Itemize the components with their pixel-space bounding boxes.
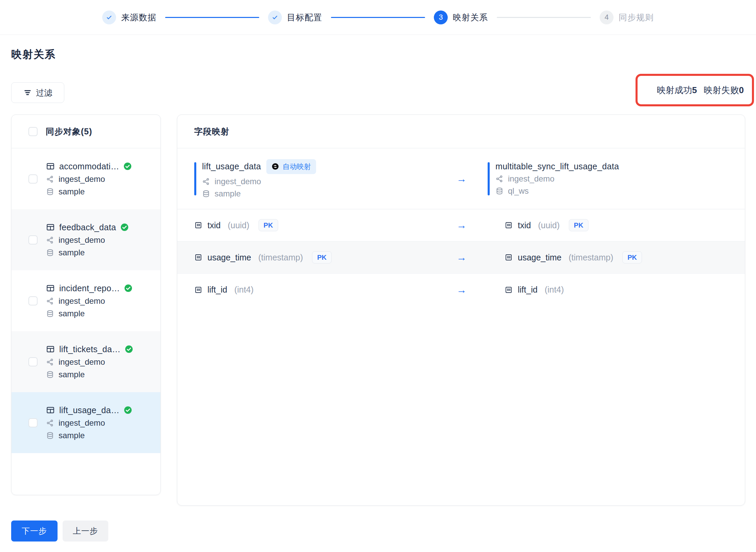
target-field-name: lift_id [518, 285, 537, 295]
target-field-type: (uuid) [538, 220, 560, 230]
sync-wizard-page: 来源数据 目标配置 3 映射关系 [0, 0, 756, 552]
table-mapping-row: lift_usage_data 自动映射 [177, 148, 745, 209]
object-info: accommodati… ingest_demo sample [46, 162, 132, 196]
pipeline-name: ingest_demo [59, 418, 105, 428]
target-table-cell: multitable_sync_lift_usage_data ingest_d… [475, 162, 745, 196]
pipeline-name: ingest_demo [59, 235, 105, 245]
sync-object-item[interactable]: accommodati… ingest_demo sample [12, 148, 160, 209]
field-icon [505, 253, 513, 261]
sync-objects-header: 同步对象(5) [12, 115, 160, 148]
table-icon [46, 406, 55, 415]
source-accent-bar [194, 162, 196, 195]
pipeline-icon [46, 297, 54, 305]
object-info: lift_tickets_da… ingest_demo sample [46, 344, 133, 379]
fail-label: 映射失败 [704, 84, 739, 96]
object-checkbox[interactable] [28, 418, 38, 427]
success-check-icon [120, 223, 129, 231]
database-name: sample [59, 187, 85, 196]
object-checkbox[interactable] [28, 357, 38, 366]
stepper-step[interactable]: 4 同步规则 [600, 10, 654, 24]
step-circle [102, 10, 116, 24]
field-mapping-title: 字段映射 [194, 126, 229, 137]
step-circle: 3 [434, 10, 448, 24]
sync-object-item[interactable]: lift_tickets_da… ingest_demo sample [12, 331, 160, 392]
source-field-type: (uuid) [228, 220, 249, 230]
pipeline-icon [495, 175, 504, 183]
wizard-stepper: 来源数据 目标配置 3 映射关系 [0, 0, 756, 35]
source-table-name: lift_usage_data [202, 162, 261, 171]
pipeline-name: ingest_demo [59, 174, 105, 184]
step-label: 映射关系 [453, 12, 488, 23]
sync-object-item[interactable]: feedback_data ingest_demo sample [12, 209, 160, 270]
stepper-step[interactable]: 3 映射关系 [434, 10, 488, 24]
fail-count: 0 [739, 85, 744, 95]
field-mapping-row: usage_time (timestamp) PK → usage_time (… [177, 241, 745, 274]
target-database: ql_ws [508, 186, 529, 196]
pipeline-icon [46, 419, 54, 427]
next-step-button[interactable]: 下一步 [11, 521, 58, 542]
pipeline-name: ingest_demo [59, 296, 105, 306]
database-icon [46, 310, 54, 318]
success-check-icon [125, 345, 133, 353]
source-field-type: (timestamp) [258, 253, 303, 262]
success-check-icon [124, 406, 132, 414]
target-field-cell: lift_id (int4) [475, 285, 745, 295]
target-field-cell: txid (uuid) PK [475, 219, 745, 231]
pipeline-icon [46, 175, 54, 183]
pipeline-name: ingest_demo [59, 357, 105, 367]
target-table-name: multitable_sync_lift_usage_data [495, 162, 619, 171]
select-all-checkbox[interactable] [28, 127, 38, 136]
target-field-name: usage_time [518, 253, 561, 262]
database-name: sample [59, 248, 85, 257]
step-label: 同步规则 [619, 12, 654, 23]
stepper-connector [497, 17, 591, 18]
database-icon [46, 188, 54, 196]
pipeline-icon [46, 358, 54, 366]
previous-step-button[interactable]: 上一步 [63, 521, 108, 542]
mapping-arrow-icon: → [448, 252, 475, 263]
database-name: sample [59, 431, 85, 440]
auto-badge-label: 自动映射 [283, 162, 311, 171]
success-check-icon [124, 284, 132, 292]
sync-object-item[interactable]: incident_repo… ingest_demo sample [12, 270, 160, 331]
field-mapping-header: 字段映射 [177, 115, 745, 148]
step-label: 目标配置 [287, 12, 322, 23]
filter-button[interactable]: 过滤 [11, 82, 64, 103]
success-check-icon [124, 162, 132, 170]
object-checkbox[interactable] [28, 296, 38, 305]
field-mapping-panel: 字段映射 lift_usage_data 自动映射 [177, 114, 745, 506]
stepper-step[interactable]: 目标配置 [268, 10, 322, 24]
auto-icon [271, 163, 279, 170]
stepper-connector [331, 17, 425, 18]
object-info: feedback_data ingest_demo sample [46, 222, 129, 257]
field-icon [194, 253, 202, 261]
step-label: 来源数据 [121, 12, 156, 23]
source-field-cell: txid (uuid) PK [177, 219, 448, 231]
object-info: incident_repo… ingest_demo sample [46, 283, 132, 318]
object-checkbox[interactable] [28, 235, 38, 245]
source-field-name: usage_time [207, 253, 251, 262]
object-checkbox[interactable] [28, 174, 38, 184]
object-name: accommodati… [59, 162, 119, 171]
source-table-cell: lift_usage_data 自动映射 [177, 159, 448, 198]
target-field-type: (int4) [544, 285, 564, 295]
table-icon [46, 162, 55, 171]
target-field-name: txid [518, 220, 531, 230]
source-field-name: txid [207, 220, 221, 230]
pipeline-icon [202, 177, 210, 186]
filter-icon [23, 88, 32, 97]
object-name: incident_repo… [59, 283, 120, 293]
sync-object-item[interactable]: lift_usage_da… ingest_demo sample [12, 392, 160, 453]
step-circle [268, 10, 282, 24]
step-circle: 4 [600, 10, 614, 24]
stepper-step[interactable]: 来源数据 [102, 10, 156, 24]
sync-objects-panel: 同步对象(5) accommodati… ingest_demo [11, 114, 161, 495]
database-name: sample [59, 309, 85, 318]
check-icon [271, 14, 279, 21]
mapping-arrow-icon: → [448, 173, 475, 185]
source-pipeline: ingest_demo [215, 177, 261, 186]
field-icon [505, 221, 513, 229]
success-label: 映射成功 [657, 84, 692, 96]
source-field-cell: usage_time (timestamp) PK [177, 251, 448, 263]
sync-objects-list: accommodati… ingest_demo sample [12, 148, 160, 453]
